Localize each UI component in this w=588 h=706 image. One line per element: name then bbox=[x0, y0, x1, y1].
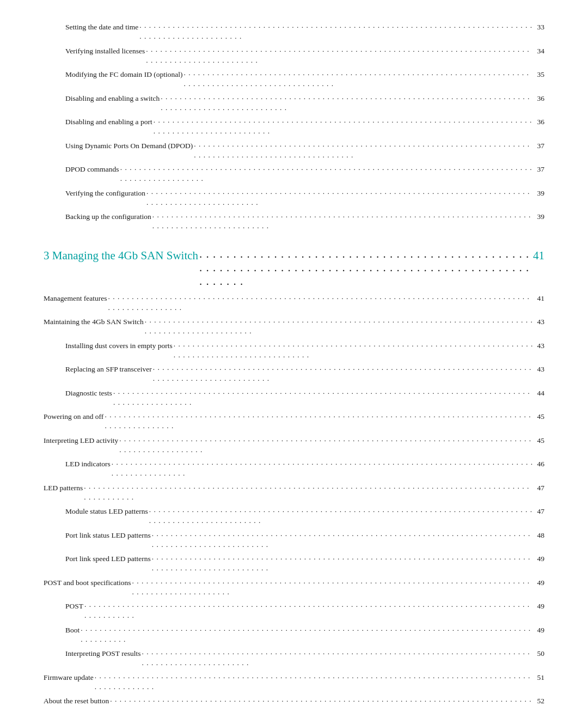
entry-label: Boot bbox=[44, 625, 79, 636]
chapter3-heading-row: 3 Managing the 4Gb SAN Switch 41 bbox=[44, 249, 544, 290]
list-item: LED indicators 46 bbox=[44, 459, 544, 481]
entry-label: Installing dust covers in empty ports bbox=[44, 340, 173, 351]
entry-dots bbox=[119, 434, 534, 456]
entry-label: LED patterns bbox=[44, 483, 83, 494]
entry-dots bbox=[153, 362, 534, 385]
entry-label: Replacing an SFP transceiver bbox=[44, 364, 152, 375]
entry-label: LED indicators bbox=[44, 459, 111, 470]
entry-label: Port link status LED patterns bbox=[44, 530, 151, 541]
list-item: Maintaining the 4Gb SAN Switch 43 bbox=[44, 317, 544, 339]
entry-page: 52 bbox=[537, 696, 545, 706]
list-item: Port link speed LED patterns 49 bbox=[44, 553, 544, 576]
entry-dots bbox=[139, 20, 534, 42]
entry-label: Verifying installed licenses bbox=[44, 46, 145, 57]
list-item: Module status LED patterns 47 bbox=[44, 506, 544, 528]
entry-page: 39 bbox=[537, 211, 545, 222]
entry-dots bbox=[161, 92, 534, 114]
entry-page: 46 bbox=[537, 459, 545, 470]
entry-dots bbox=[152, 210, 534, 232]
list-item: DPOD commands 37 bbox=[44, 164, 544, 186]
entry-dots bbox=[145, 315, 534, 337]
entry-label: Verifying the configuration bbox=[44, 188, 145, 199]
entry-label: POST bbox=[44, 601, 83, 612]
entry-page: 43 bbox=[537, 317, 545, 327]
list-item: Firmware update 51 bbox=[44, 672, 544, 695]
entry-page: 47 bbox=[537, 483, 545, 494]
entry-dots bbox=[146, 186, 534, 209]
entry-dots bbox=[132, 576, 534, 598]
entry-page: 44 bbox=[537, 388, 545, 399]
entry-label: Firmware update bbox=[44, 672, 94, 683]
entry-dots bbox=[154, 115, 534, 137]
entry-label: Modifying the FC domain ID (optional) bbox=[44, 69, 183, 80]
entry-page: 37 bbox=[537, 164, 545, 175]
list-item: Verifying the configuration 39 bbox=[44, 188, 544, 210]
list-item: Replacing an SFP transceiver 43 bbox=[44, 364, 544, 386]
entry-label: POST and boot specifications bbox=[44, 577, 131, 588]
entry-label: Backing up the configuration bbox=[44, 211, 151, 222]
entry-label: Interpreting LED activity bbox=[44, 435, 118, 446]
entry-dots bbox=[95, 671, 534, 693]
entry-dots bbox=[84, 481, 534, 503]
entry-dots bbox=[184, 68, 534, 90]
list-item: Using Dynamic Ports On Demand (DPOD) 37 bbox=[44, 141, 544, 163]
chapter3-dots bbox=[199, 247, 530, 288]
list-item: Disabling and enabling a switch 36 bbox=[44, 93, 544, 115]
list-item: Setting the date and time 33 bbox=[44, 22, 544, 44]
entry-label: Using Dynamic Ports On Demand (DPOD) bbox=[44, 141, 193, 151]
entry-page: 50 bbox=[537, 648, 545, 659]
entry-label: Module status LED patterns bbox=[44, 506, 148, 517]
entry-dots bbox=[84, 599, 534, 622]
entry-page: 37 bbox=[537, 141, 545, 151]
entry-page: 39 bbox=[537, 188, 545, 199]
entry-page: 33 bbox=[537, 22, 545, 33]
list-item: Powering on and off 45 bbox=[44, 411, 544, 434]
list-item: Interpreting LED activity 45 bbox=[44, 435, 544, 458]
entry-page: 36 bbox=[537, 117, 545, 127]
list-item: About the reset button 52 bbox=[44, 696, 544, 706]
entry-label: Disabling and enabling a switch bbox=[44, 93, 160, 104]
entry-dots bbox=[105, 410, 534, 432]
entry-label: Maintaining the 4Gb SAN Switch bbox=[44, 317, 144, 327]
entry-label: Management features bbox=[44, 293, 107, 304]
entry-page: 36 bbox=[537, 93, 545, 104]
entry-label: Setting the date and time bbox=[44, 22, 138, 33]
chapter3-entries: Management features 41 Maintaining the 4… bbox=[44, 293, 544, 707]
entry-label: DPOD commands bbox=[44, 164, 119, 175]
list-item: POST 49 bbox=[44, 601, 544, 623]
entry-page: 35 bbox=[537, 69, 545, 80]
entry-page: 49 bbox=[537, 601, 545, 612]
entry-dots bbox=[142, 647, 534, 669]
entry-label: Interpreting POST results bbox=[44, 648, 141, 659]
entry-dots bbox=[152, 528, 534, 551]
entry-dots bbox=[108, 291, 534, 314]
entry-label: Disabling and enabling a port bbox=[44, 117, 152, 127]
list-item: Port link status LED patterns 48 bbox=[44, 530, 544, 552]
top-section-entries: Setting the date and time 33 Verifying i… bbox=[44, 22, 544, 234]
list-item: Backing up the configuration 39 bbox=[44, 211, 544, 234]
entry-page: 49 bbox=[537, 553, 545, 564]
entry-page: 45 bbox=[537, 435, 545, 446]
entry-dots bbox=[174, 339, 534, 361]
list-item: Diagnostic tests 44 bbox=[44, 388, 544, 410]
list-item: LED patterns 47 bbox=[44, 483, 544, 505]
list-item: Verifying installed licenses 34 bbox=[44, 46, 544, 68]
list-item: Disabling and enabling a port 36 bbox=[44, 117, 544, 139]
entry-label: Powering on and off bbox=[44, 411, 103, 422]
chapter3-page: 41 bbox=[533, 249, 544, 263]
chapter3-heading: 3 Managing the 4Gb SAN Switch bbox=[44, 249, 198, 263]
entry-page: 43 bbox=[537, 364, 545, 375]
entry-page: 43 bbox=[537, 340, 545, 351]
entry-page: 41 bbox=[537, 293, 545, 304]
entry-label: Diagnostic tests bbox=[44, 388, 112, 399]
list-item: Boot 49 bbox=[44, 625, 544, 647]
list-item: Management features 41 bbox=[44, 293, 544, 315]
entry-page: 49 bbox=[537, 625, 545, 636]
list-item: Installing dust covers in empty ports 43 bbox=[44, 340, 544, 363]
entry-page: 51 bbox=[537, 672, 545, 683]
entry-dots bbox=[81, 623, 534, 646]
entry-label: About the reset button bbox=[44, 696, 109, 706]
entry-page: 34 bbox=[537, 46, 545, 57]
entry-dots bbox=[120, 162, 534, 185]
entry-label: Port link speed LED patterns bbox=[44, 553, 151, 564]
